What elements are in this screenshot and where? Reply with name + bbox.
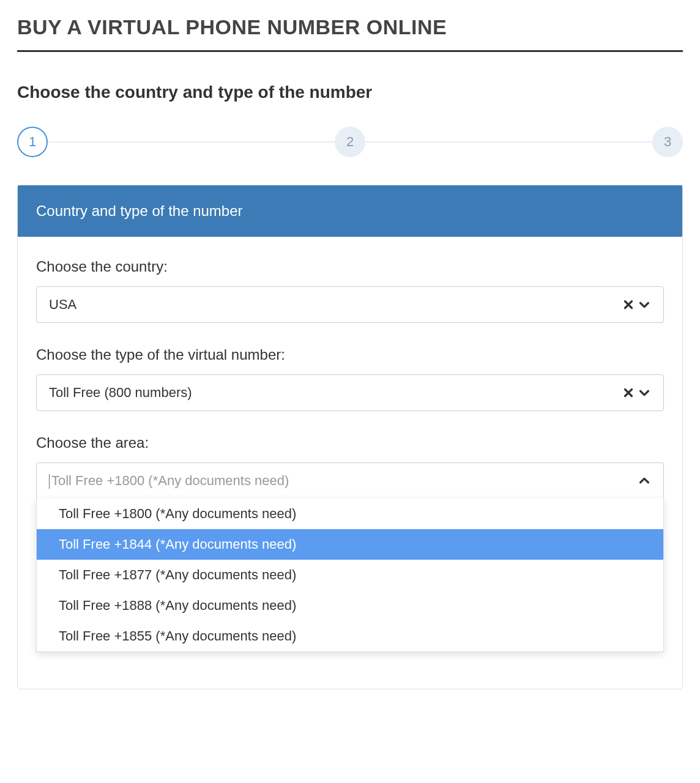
chevron-down-icon[interactable]	[638, 386, 651, 399]
step-line	[365, 141, 652, 143]
form-card: Country and type of the number Choose th…	[17, 185, 683, 689]
text-cursor	[49, 474, 50, 489]
area-option[interactable]: Toll Free +1888 (*Any documents need)	[37, 590, 663, 621]
chevron-down-icon[interactable]	[638, 298, 651, 311]
area-option[interactable]: Toll Free +1877 (*Any documents need)	[37, 560, 663, 590]
close-icon[interactable]	[622, 386, 635, 399]
area-field-group: Choose the area: Toll Free +1800 (*Any d…	[36, 434, 664, 652]
step-3[interactable]: 3	[652, 127, 683, 157]
page-title: BUY A VIRTUAL PHONE NUMBER ONLINE	[17, 15, 683, 52]
type-field-group: Choose the type of the virtual number: T…	[36, 346, 664, 411]
type-value: Toll Free (800 numbers)	[49, 385, 622, 401]
type-label: Choose the type of the virtual number:	[36, 346, 664, 363]
area-placeholder: Toll Free +1800 (*Any documents need)	[49, 473, 638, 489]
chevron-up-icon[interactable]	[638, 474, 651, 488]
country-field-group: Choose the country: USA	[36, 258, 664, 323]
step-1[interactable]: 1	[17, 127, 48, 157]
step-line	[48, 141, 335, 143]
select-icons	[622, 298, 651, 311]
page-subtitle: Choose the country and type of the numbe…	[17, 83, 683, 102]
area-label: Choose the area:	[36, 434, 664, 451]
stepper: 1 2 3	[17, 127, 683, 157]
area-select-wrapper: Toll Free +1800 (*Any documents need) To…	[36, 462, 664, 652]
select-icons	[622, 386, 651, 399]
area-select[interactable]: Toll Free +1800 (*Any documents need)	[36, 462, 664, 499]
card-body: Choose the country: USA Choose the type …	[18, 237, 682, 689]
step-2[interactable]: 2	[335, 127, 365, 157]
country-value: USA	[49, 297, 622, 313]
area-option[interactable]: Toll Free +1855 (*Any documents need)	[37, 621, 663, 651]
select-icons	[638, 474, 651, 488]
country-label: Choose the country:	[36, 258, 664, 275]
close-icon[interactable]	[622, 298, 635, 311]
area-option[interactable]: Toll Free +1800 (*Any documents need)	[37, 499, 663, 529]
country-select[interactable]: USA	[36, 286, 664, 323]
area-option[interactable]: Toll Free +1844 (*Any documents need)	[37, 529, 663, 560]
card-header: Country and type of the number	[18, 185, 682, 237]
type-select[interactable]: Toll Free (800 numbers)	[36, 374, 664, 411]
area-dropdown: Toll Free +1800 (*Any documents need) To…	[36, 499, 664, 652]
